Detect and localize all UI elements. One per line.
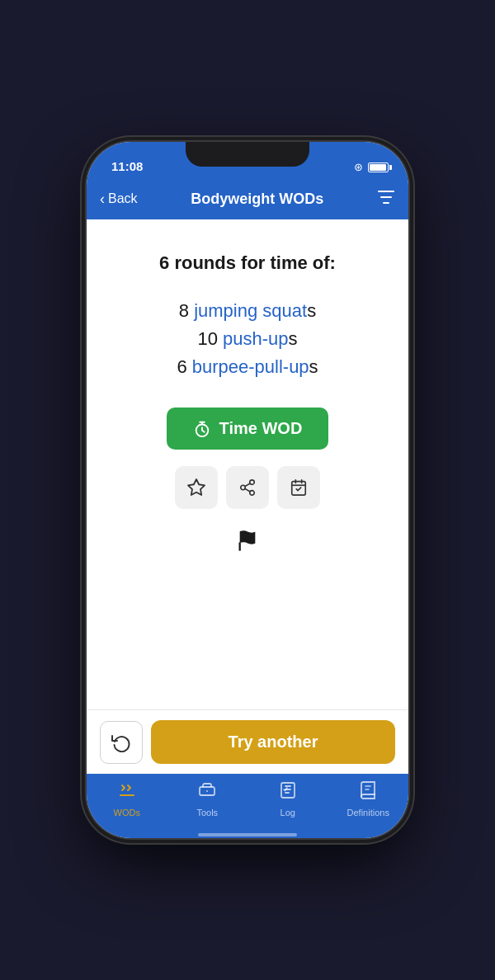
main-content: 6 rounds for time of: 8 jumping squats 1… bbox=[87, 219, 408, 709]
exercise-link[interactable]: push-up bbox=[223, 328, 289, 349]
tab-bar: WODs Tools bbox=[87, 774, 408, 833]
flag-icon bbox=[236, 529, 259, 552]
workout-title: 6 rounds for time of: bbox=[159, 252, 336, 274]
exercises-list: 8 jumping squats 10 push-ups 6 burpee-pu… bbox=[177, 300, 318, 378]
flag-button[interactable] bbox=[236, 529, 259, 558]
tools-icon bbox=[197, 780, 217, 805]
svg-point-1 bbox=[250, 480, 255, 485]
calendar-icon bbox=[290, 478, 308, 497]
tab-wods-label: WODs bbox=[114, 808, 140, 817]
tab-definitions[interactable]: Definitions bbox=[328, 780, 409, 817]
definitions-icon bbox=[358, 780, 378, 805]
exercise-item: 8 jumping squats bbox=[179, 300, 316, 322]
wods-icon bbox=[117, 780, 137, 805]
refresh-button[interactable] bbox=[100, 721, 143, 764]
bottom-action-bar: Try another bbox=[87, 709, 408, 774]
favorite-button[interactable] bbox=[175, 466, 218, 509]
back-button[interactable]: ‹ Back bbox=[100, 191, 138, 208]
back-label: Back bbox=[108, 191, 138, 206]
share-button[interactable] bbox=[226, 466, 269, 509]
exercise-link[interactable]: burpee-pull-up bbox=[192, 356, 309, 377]
exercise-suffix: s bbox=[309, 356, 318, 377]
status-icons: ⊛ bbox=[354, 161, 392, 173]
time-wod-label: Time WOD bbox=[219, 419, 303, 438]
try-another-label: Try another bbox=[229, 733, 318, 751]
share-icon bbox=[238, 478, 257, 497]
exercise-count: 10 bbox=[197, 328, 223, 349]
status-time: 11:08 bbox=[103, 159, 143, 173]
try-another-button[interactable]: Try another bbox=[151, 720, 395, 764]
tab-tools-label: Tools bbox=[196, 808, 218, 817]
wifi-icon: ⊛ bbox=[354, 161, 363, 173]
svg-point-2 bbox=[241, 485, 246, 490]
exercise-item: 10 push-ups bbox=[197, 328, 297, 350]
exercise-link[interactable]: jumping squat bbox=[194, 300, 307, 321]
filter-button[interactable] bbox=[377, 188, 395, 210]
refresh-icon bbox=[111, 733, 131, 752]
star-icon bbox=[186, 478, 206, 497]
log-icon bbox=[278, 780, 298, 805]
action-buttons bbox=[175, 466, 320, 509]
home-indicator bbox=[87, 833, 408, 838]
nav-bar: ‹ Back Bodyweight WODs bbox=[87, 178, 408, 219]
calendar-button[interactable] bbox=[277, 466, 320, 509]
tab-log-label: Log bbox=[280, 808, 295, 817]
chevron-left-icon: ‹ bbox=[100, 191, 105, 208]
tab-definitions-label: Definitions bbox=[347, 808, 389, 817]
tab-log[interactable]: Log bbox=[248, 780, 328, 817]
svg-rect-9 bbox=[281, 783, 295, 798]
tab-wods[interactable]: WODs bbox=[87, 780, 167, 817]
nav-title: Bodyweight WODs bbox=[191, 191, 323, 208]
svg-rect-4 bbox=[292, 482, 306, 496]
exercise-item: 6 burpee-pull-ups bbox=[177, 356, 318, 378]
battery-icon bbox=[368, 163, 389, 172]
svg-point-3 bbox=[250, 491, 255, 496]
exercise-count: 8 bbox=[179, 300, 194, 321]
time-wod-button[interactable]: Time WOD bbox=[167, 408, 329, 450]
stopwatch-icon bbox=[193, 420, 211, 438]
exercise-suffix: s bbox=[307, 300, 316, 321]
tab-tools[interactable]: Tools bbox=[167, 780, 248, 817]
exercise-suffix: s bbox=[289, 328, 298, 349]
exercise-count: 6 bbox=[177, 356, 191, 377]
